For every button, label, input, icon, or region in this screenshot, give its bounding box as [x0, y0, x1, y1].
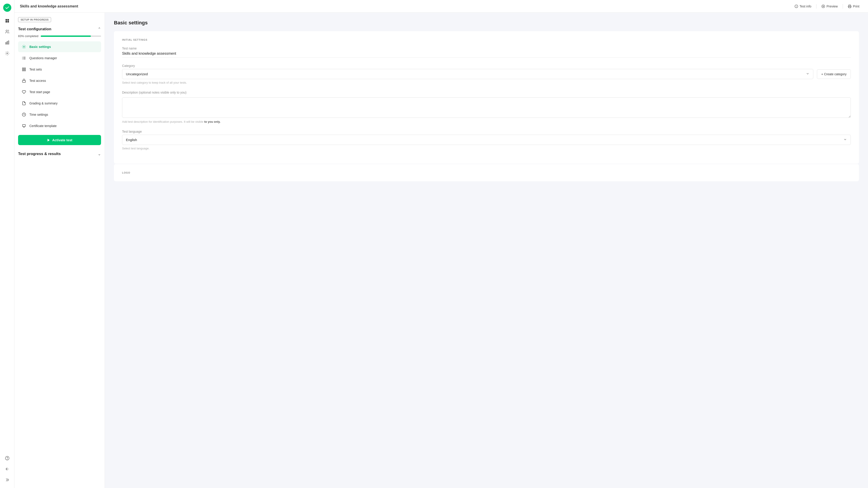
svg-rect-27 — [24, 70, 26, 71]
svg-point-17 — [24, 46, 25, 48]
nav-back-icon[interactable] — [3, 464, 12, 474]
category-helper-text: Select test category to keep track of al… — [122, 81, 851, 84]
category-row: Uncategorized + Create category — [122, 69, 851, 79]
test-name-label: Test name — [122, 47, 851, 50]
svg-rect-6 — [7, 41, 7, 44]
activate-test-button[interactable]: Activate test — [18, 135, 101, 145]
menu-item-test-access[interactable]: Test access — [18, 75, 101, 86]
menu-list: Basic settings Questions manager — [18, 41, 101, 131]
menu-item-label: Time settings — [29, 113, 48, 116]
progress-fill — [41, 35, 91, 37]
section-title: Test configuration — [18, 27, 51, 31]
main-content: Basic settings INITIAL SETTINGS Test nam… — [105, 13, 868, 488]
create-category-button[interactable]: + Create category — [817, 69, 851, 79]
sidebar-nav — [0, 0, 14, 488]
header-divider2 — [843, 4, 843, 8]
initial-settings-card: INITIAL SETTINGS Test name Skills and kn… — [114, 31, 859, 164]
test-progress-section: Test progress & results — [18, 151, 101, 157]
questions-manager-icon — [21, 55, 27, 61]
menu-item-label: Basic settings — [29, 45, 51, 49]
setup-badge: SETUP IN PROGRESS — [18, 17, 51, 22]
svg-rect-16 — [849, 6, 850, 8]
initial-settings-label: INITIAL SETTINGS — [122, 38, 851, 41]
nav-settings-icon[interactable] — [3, 49, 12, 58]
menu-item-grading-summary[interactable]: Grading & summary — [18, 98, 101, 109]
progress-label: 83% completed — [18, 34, 38, 38]
test-progress-header: Test progress & results — [18, 151, 101, 157]
progress-row: 83% completed — [18, 34, 101, 38]
top-header: Skills and knowledge assessment Test inf… — [14, 0, 868, 13]
time-settings-icon — [21, 112, 27, 117]
header-actions: Test info Preview Print — [792, 3, 863, 10]
menu-item-label: Test sets — [29, 68, 42, 71]
menu-item-label: Test access — [29, 79, 46, 83]
language-helper-text: Select test language. — [122, 147, 851, 150]
category-group: Category Uncategorized + Create category — [122, 64, 851, 84]
description-textarea[interactable] — [122, 97, 851, 118]
nav-collapse-icon[interactable] — [3, 475, 12, 484]
play-icon — [47, 138, 51, 142]
left-panel: SETUP IN PROGRESS Test configuration 83%… — [14, 13, 105, 488]
content-area: SETUP IN PROGRESS Test configuration 83%… — [14, 13, 868, 488]
page-title: Skills and knowledge assessment — [20, 4, 792, 8]
certificate-template-icon — [21, 123, 27, 129]
test-start-page-icon — [21, 89, 27, 95]
preview-icon — [822, 4, 825, 8]
section-collapse-button[interactable] — [98, 27, 101, 32]
menu-item-certificate-template[interactable]: Certificate template — [18, 120, 101, 131]
svg-point-15 — [823, 6, 824, 7]
grading-summary-icon — [21, 100, 27, 106]
progress-bar — [41, 35, 101, 37]
menu-item-test-sets[interactable]: Test sets — [18, 64, 101, 75]
svg-point-8 — [6, 53, 8, 54]
preview-button[interactable]: Preview — [818, 3, 841, 10]
nav-analytics-icon[interactable] — [3, 38, 12, 47]
test-progress-collapse-button[interactable] — [98, 151, 101, 156]
svg-rect-0 — [5, 19, 7, 21]
test-info-button[interactable]: Test info — [792, 3, 814, 10]
language-chevron-icon — [843, 138, 847, 142]
category-value: Uncategorized — [126, 72, 148, 76]
logo-label: LOGO — [122, 171, 851, 174]
category-label: Category — [122, 64, 851, 68]
menu-item-label: Certificate template — [29, 124, 57, 128]
test-progress-title: Test progress & results — [18, 152, 61, 156]
logo-section: LOGO — [114, 164, 859, 181]
nav-dashboard-icon[interactable] — [3, 16, 12, 25]
menu-item-basic-settings[interactable]: Basic settings — [18, 41, 101, 52]
app-logo[interactable] — [3, 4, 11, 12]
menu-item-label: Grading & summary — [29, 101, 57, 105]
language-group: Test language English Select test langua… — [122, 130, 851, 150]
svg-point-4 — [6, 30, 7, 32]
language-select[interactable]: English — [122, 135, 851, 145]
section-header: Test configuration — [18, 27, 101, 32]
test-name-group: Test name Skills and knowledge assessmen… — [122, 47, 851, 58]
test-name-value: Skills and knowledge assessment — [122, 52, 851, 58]
svg-rect-25 — [24, 68, 26, 69]
menu-item-label: Questions manager — [29, 56, 57, 60]
menu-item-test-start-page[interactable]: Test start page — [18, 87, 101, 97]
test-access-icon — [21, 78, 27, 83]
language-value: English — [126, 138, 137, 142]
svg-rect-26 — [22, 70, 24, 71]
svg-rect-24 — [22, 68, 24, 69]
menu-item-questions-manager[interactable]: Questions manager — [18, 53, 101, 63]
svg-point-14 — [822, 5, 825, 8]
nav-users-icon[interactable] — [3, 27, 12, 36]
test-configuration-section: Test configuration 83% completed — [18, 27, 101, 145]
svg-rect-2 — [5, 21, 7, 23]
header-divider — [816, 4, 816, 8]
menu-item-time-settings[interactable]: Time settings — [18, 109, 101, 120]
svg-rect-28 — [22, 81, 26, 82]
description-group: Description (optional notes visible only… — [122, 91, 851, 123]
svg-rect-3 — [7, 21, 9, 23]
language-label: Test language — [122, 130, 851, 133]
content-section-title: Basic settings — [114, 20, 859, 26]
nav-bottom — [3, 454, 12, 484]
print-button[interactable]: Print — [845, 3, 863, 10]
svg-rect-5 — [5, 42, 6, 44]
description-helper-text: Add test description for identification … — [122, 120, 851, 123]
nav-help-icon[interactable] — [3, 454, 12, 463]
category-select[interactable]: Uncategorized — [122, 69, 813, 79]
main-wrapper: Skills and knowledge assessment Test inf… — [14, 0, 868, 488]
